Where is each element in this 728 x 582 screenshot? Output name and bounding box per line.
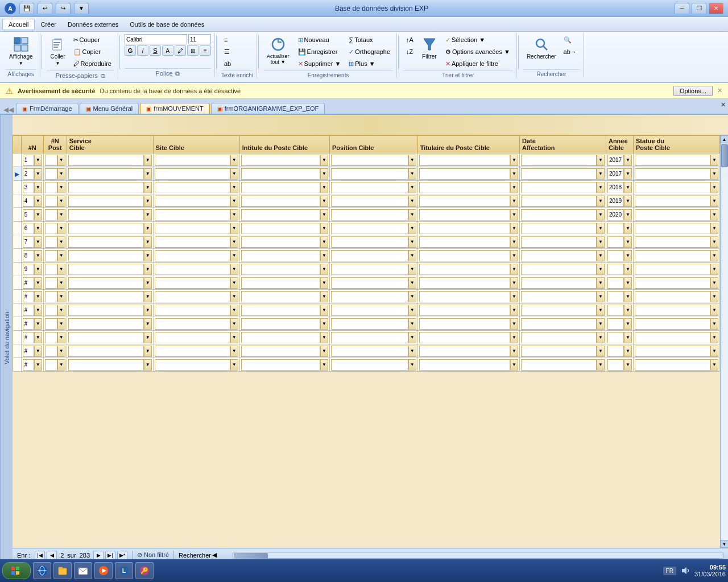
service-dropdown[interactable]: ▼ xyxy=(144,291,152,302)
titulaire-dropdown[interactable]: ▼ xyxy=(510,332,518,343)
options-avancees-btn[interactable]: ⚙ Options avancées ▼ xyxy=(442,46,513,57)
enregistrer-btn[interactable]: 💾 Enregistrer xyxy=(295,46,344,57)
position-dropdown[interactable]: ▼ xyxy=(408,277,416,289)
statue-dropdown[interactable]: ▼ xyxy=(710,182,718,193)
npost-dropdown[interactable]: ▼ xyxy=(57,264,65,275)
date-dropdown[interactable]: ▼ xyxy=(597,223,605,234)
date-dropdown[interactable]: ▼ xyxy=(597,168,605,180)
intitule-dropdown[interactable]: ▼ xyxy=(320,196,328,207)
npost-input[interactable] xyxy=(45,264,57,275)
site-input[interactable] xyxy=(155,223,230,234)
n-input[interactable] xyxy=(23,277,34,289)
annee-dropdown[interactable]: ▼ xyxy=(624,318,632,330)
titulaire-input[interactable] xyxy=(419,305,510,316)
next-record-btn[interactable]: ▶ xyxy=(93,551,104,560)
date-input[interactable] xyxy=(521,250,597,261)
scroll-down-btn[interactable]: ▼ xyxy=(721,540,729,548)
statue-dropdown[interactable]: ▼ xyxy=(710,291,718,302)
intitule-input[interactable] xyxy=(241,291,320,302)
service-dropdown[interactable]: ▼ xyxy=(144,236,152,248)
titulaire-input[interactable] xyxy=(419,264,510,275)
annee-dropdown[interactable]: ▼ xyxy=(624,264,632,275)
service-dropdown[interactable]: ▼ xyxy=(144,318,152,330)
position-dropdown[interactable]: ▼ xyxy=(408,196,416,207)
site-dropdown[interactable]: ▼ xyxy=(230,196,238,207)
position-dropdown[interactable]: ▼ xyxy=(408,264,416,275)
statue-input[interactable] xyxy=(635,277,710,289)
actualiser-btn[interactable]: Actualisertout ▼ xyxy=(263,34,293,67)
titulaire-dropdown[interactable]: ▼ xyxy=(510,223,518,234)
titulaire-input[interactable] xyxy=(419,182,510,193)
npost-dropdown[interactable]: ▼ xyxy=(57,291,65,302)
npost-input[interactable] xyxy=(45,318,57,330)
n-dropdown[interactable]: ▼ xyxy=(34,250,42,261)
npost-input[interactable] xyxy=(45,209,57,221)
highlight-btn[interactable]: 🖍 xyxy=(175,45,186,56)
n-dropdown[interactable]: ▼ xyxy=(34,196,42,207)
npost-dropdown[interactable]: ▼ xyxy=(57,236,65,248)
statue-input[interactable] xyxy=(635,209,710,221)
titulaire-dropdown[interactable]: ▼ xyxy=(510,359,518,371)
npost-input[interactable] xyxy=(45,277,57,289)
annee-dropdown[interactable]: ▼ xyxy=(624,346,632,357)
date-input[interactable] xyxy=(521,264,597,275)
intitule-input[interactable] xyxy=(241,250,320,261)
selection-btn[interactable]: ✓ Sélection ▼ xyxy=(442,34,513,45)
taskbar-explorer[interactable] xyxy=(53,562,72,579)
position-input[interactable] xyxy=(331,209,408,221)
annee-input[interactable] xyxy=(607,196,624,207)
n-dropdown[interactable]: ▼ xyxy=(34,236,42,248)
col-site-header[interactable]: Site Cible xyxy=(153,136,239,153)
date-dropdown[interactable]: ▼ xyxy=(597,236,605,248)
site-input[interactable] xyxy=(155,196,230,207)
annee-input[interactable] xyxy=(607,236,624,248)
annee-input[interactable] xyxy=(607,155,624,166)
service-input[interactable] xyxy=(68,168,144,180)
npost-input[interactable] xyxy=(45,196,57,207)
titulaire-input[interactable] xyxy=(419,223,510,234)
date-input[interactable] xyxy=(521,155,597,166)
npost-dropdown[interactable]: ▼ xyxy=(57,196,65,207)
titulaire-input[interactable] xyxy=(419,168,510,180)
font-name-input[interactable] xyxy=(125,34,187,44)
date-input[interactable] xyxy=(521,168,597,180)
h-scroll-thumb[interactable] xyxy=(234,553,268,559)
n-dropdown[interactable]: ▼ xyxy=(34,182,42,193)
intitule-dropdown[interactable]: ▼ xyxy=(320,250,328,261)
n-dropdown[interactable]: ▼ xyxy=(34,223,42,234)
titulaire-dropdown[interactable]: ▼ xyxy=(510,209,518,221)
tab-nav-left[interactable]: ◀◀ xyxy=(3,106,14,114)
filtrer-btn[interactable]: Filtrer xyxy=(418,34,441,62)
service-input[interactable] xyxy=(68,196,144,207)
position-dropdown[interactable]: ▼ xyxy=(408,359,416,371)
site-dropdown[interactable]: ▼ xyxy=(230,318,238,330)
new-record-btn[interactable]: ▶* xyxy=(117,551,127,560)
npost-input[interactable] xyxy=(45,155,57,166)
copier-btn[interactable]: 📋 Copier xyxy=(71,46,114,57)
date-dropdown[interactable]: ▼ xyxy=(597,209,605,221)
ribbon-coller-btn[interactable]: Coller ▼ xyxy=(47,34,69,68)
service-dropdown[interactable]: ▼ xyxy=(144,264,152,275)
date-input[interactable] xyxy=(521,182,597,193)
titulaire-input[interactable] xyxy=(419,318,510,330)
intitule-input[interactable] xyxy=(241,305,320,316)
titulaire-input[interactable] xyxy=(419,196,510,207)
date-dropdown[interactable]: ▼ xyxy=(597,277,605,289)
position-input[interactable] xyxy=(331,168,408,180)
presse-expand-icon[interactable]: ⧉ xyxy=(101,72,105,79)
annee-dropdown[interactable]: ▼ xyxy=(624,168,632,180)
site-input[interactable] xyxy=(155,359,230,371)
npost-input[interactable] xyxy=(45,291,57,302)
titulaire-dropdown[interactable]: ▼ xyxy=(510,264,518,275)
n-dropdown[interactable]: ▼ xyxy=(34,155,42,166)
date-dropdown[interactable]: ▼ xyxy=(597,291,605,302)
date-input[interactable] xyxy=(521,291,597,302)
taskbar-media[interactable] xyxy=(94,562,113,579)
position-input[interactable] xyxy=(331,277,408,289)
abc-btn[interactable]: ab→ xyxy=(561,46,580,57)
font-color-btn[interactable]: A xyxy=(162,45,173,56)
intitule-input[interactable] xyxy=(241,236,320,248)
col-service-header[interactable]: Service Cible xyxy=(67,136,153,153)
position-dropdown[interactable]: ▼ xyxy=(408,346,416,357)
statue-input[interactable] xyxy=(635,318,710,330)
